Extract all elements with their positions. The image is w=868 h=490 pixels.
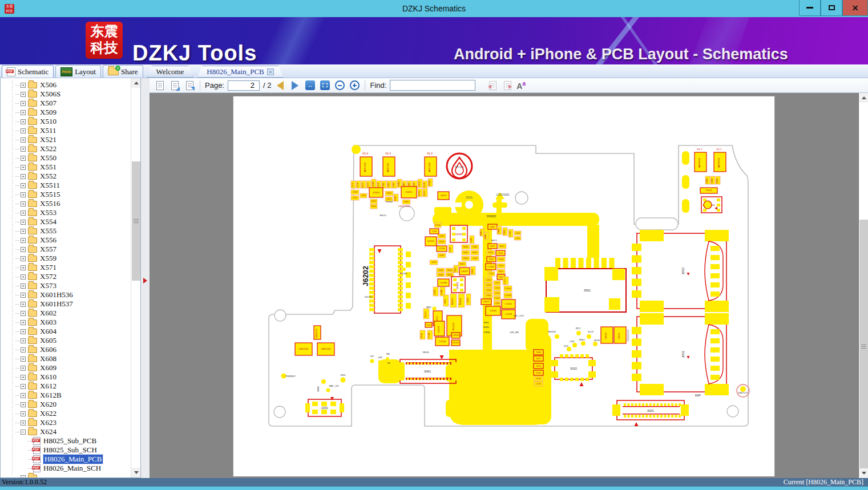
expand-icon[interactable]: + — [21, 366, 26, 371]
tree-item-X623[interactable]: +X623 — [1, 418, 131, 427]
expand-icon[interactable]: + — [21, 201, 26, 206]
expand-icon[interactable]: + — [21, 83, 26, 88]
expand-icon[interactable]: + — [21, 375, 26, 380]
expand-icon[interactable]: + — [21, 229, 26, 234]
expand-icon[interactable]: + — [21, 402, 26, 407]
expand-icon[interactable]: + — [21, 302, 26, 307]
tab-schematic[interactable]: PDF Schematic — [2, 65, 54, 78]
tree-item-X571[interactable]: +X571 — [1, 263, 131, 272]
tree-item-X555[interactable]: +X555 — [1, 226, 131, 236]
tree-item-X603[interactable]: +X603 — [1, 318, 131, 327]
collapse-icon[interactable]: − — [21, 430, 26, 435]
tree-item-X556[interactable]: +X556 — [1, 236, 131, 245]
doc-tab-h8026-main-pcb[interactable]: H8026_Main_PCB × — [197, 66, 283, 78]
next-page-icon[interactable] — [289, 80, 301, 91]
tree-item-partial[interactable]: + — [1, 473, 131, 477]
tree-item-X506[interactable]: +X506 — [1, 80, 131, 90]
expand-icon[interactable]: + — [21, 101, 26, 106]
tree-item-H8025_Sub_SCH[interactable]: PDFH8025_Sub_SCH — [1, 446, 131, 455]
doc-tab-welcome[interactable]: Welcome — [147, 66, 194, 78]
fit-width-icon[interactable]: ↔ — [304, 80, 316, 91]
tree-item-X550[interactable]: +X550 — [1, 153, 131, 163]
tree-item-X622[interactable]: +X622 — [1, 409, 131, 418]
tree-item-X553[interactable]: +X553 — [1, 208, 131, 217]
viewer-scrollbar-thumb[interactable] — [859, 220, 868, 473]
zoom-out-icon[interactable] — [334, 80, 345, 91]
tree-item-X602[interactable]: +X602 — [1, 309, 131, 318]
tree-item-X573[interactable]: +X573 — [1, 281, 131, 290]
tree-item-X610[interactable]: +X610 — [1, 372, 131, 382]
expand-icon[interactable]: + — [21, 220, 26, 225]
expand-icon[interactable]: + — [21, 183, 26, 188]
expand-icon[interactable]: + — [21, 338, 26, 343]
tree-item-H8026_Main_SCH[interactable]: PDFH8026_Main_SCH — [1, 464, 131, 473]
expand-icon[interactable]: + — [21, 192, 26, 197]
tab-layout[interactable]: PADS Layout — [55, 65, 101, 78]
fit-page-icon[interactable] — [319, 80, 330, 91]
expand-icon[interactable]: + — [21, 311, 26, 316]
tree-scrollbar[interactable] — [131, 78, 140, 477]
expand-icon[interactable]: + — [21, 265, 26, 270]
viewer-scrollbar[interactable] — [858, 93, 868, 478]
find-next-icon[interactable] — [502, 80, 513, 91]
expand-icon[interactable]: + — [21, 247, 26, 252]
tree-item-X510[interactable]: +X510 — [1, 117, 131, 126]
find-previous-icon[interactable] — [487, 80, 498, 91]
find-input[interactable] — [390, 80, 475, 91]
tree-item-H8025_Sub_PCB[interactable]: PDFH8025_Sub_PCB — [1, 436, 131, 446]
expand-icon[interactable]: + — [21, 110, 26, 115]
tab-share[interactable]: + Share — [103, 65, 143, 78]
rotate-right-icon[interactable] — [184, 80, 195, 91]
tree-item-X601H537[interactable]: +X601H537 — [1, 299, 131, 309]
expand-icon[interactable]: + — [21, 147, 26, 152]
scroll-down-icon[interactable] — [131, 468, 141, 477]
expand-icon[interactable]: + — [21, 320, 26, 325]
tree-item-X609[interactable]: +X609 — [1, 363, 131, 372]
minimize-button[interactable] — [799, 0, 821, 16]
tree-item-X509[interactable]: +X509 — [1, 108, 131, 117]
tree-item-X608[interactable]: +X608 — [1, 354, 131, 363]
page-view-icon[interactable] — [154, 80, 165, 91]
tree-item-X601H536[interactable]: +X601H536 — [1, 290, 131, 299]
tree-item-X612[interactable]: +X612 — [1, 382, 131, 391]
expand-icon[interactable]: + — [21, 128, 26, 133]
tree-item-X5511[interactable]: +X5511 — [1, 181, 131, 190]
maximize-button[interactable] — [821, 0, 842, 16]
scroll-up-icon[interactable] — [859, 93, 868, 103]
tree-item-X604[interactable]: +X604 — [1, 327, 131, 336]
close-button[interactable]: ✕ — [842, 0, 868, 16]
expand-icon[interactable]: + — [21, 174, 26, 179]
scroll-down-icon[interactable] — [859, 468, 868, 478]
tree-item-X507[interactable]: +X507 — [1, 99, 131, 108]
expand-icon[interactable]: + — [21, 284, 26, 289]
tree-item-X552[interactable]: +X552 — [1, 172, 131, 181]
tree-scrollbar-thumb[interactable] — [132, 161, 140, 281]
tree-item-X557[interactable]: +X557 — [1, 245, 131, 254]
tree-item-X551[interactable]: +X551 — [1, 163, 131, 172]
expand-icon[interactable]: + — [21, 411, 26, 416]
expand-icon[interactable]: + — [21, 156, 26, 161]
close-tab-icon[interactable]: × — [267, 68, 274, 75]
tree-item-X5516[interactable]: +X5516 — [1, 199, 131, 208]
expand-icon[interactable]: + — [21, 347, 26, 353]
rotate-left-icon[interactable] — [169, 80, 180, 91]
splitter-collapse-icon[interactable] — [143, 278, 147, 284]
expand-icon[interactable]: + — [21, 274, 26, 280]
expand-icon[interactable]: + — [21, 210, 26, 216]
font-case-icon[interactable]: Aa — [516, 80, 526, 91]
expand-icon[interactable]: + — [21, 293, 26, 298]
expand-icon[interactable]: + — [21, 238, 26, 243]
zoom-in-icon[interactable] — [349, 80, 360, 91]
expand-icon[interactable]: + — [21, 329, 26, 334]
tree-item-X624[interactable]: −X624 — [1, 427, 131, 436]
expand-icon[interactable]: + — [21, 92, 26, 97]
sidebar-splitter[interactable] — [141, 78, 150, 478]
scroll-up-icon[interactable] — [131, 78, 141, 88]
expand-icon[interactable]: + — [21, 119, 26, 124]
expand-icon[interactable]: + — [21, 475, 26, 478]
tree-item-X620[interactable]: +X620 — [1, 400, 131, 409]
tree-item-X506S[interactable]: +X506S — [1, 90, 131, 99]
expand-icon[interactable]: + — [21, 420, 26, 426]
tree-item-X554[interactable]: +X554 — [1, 217, 131, 226]
expand-icon[interactable]: + — [21, 137, 26, 143]
